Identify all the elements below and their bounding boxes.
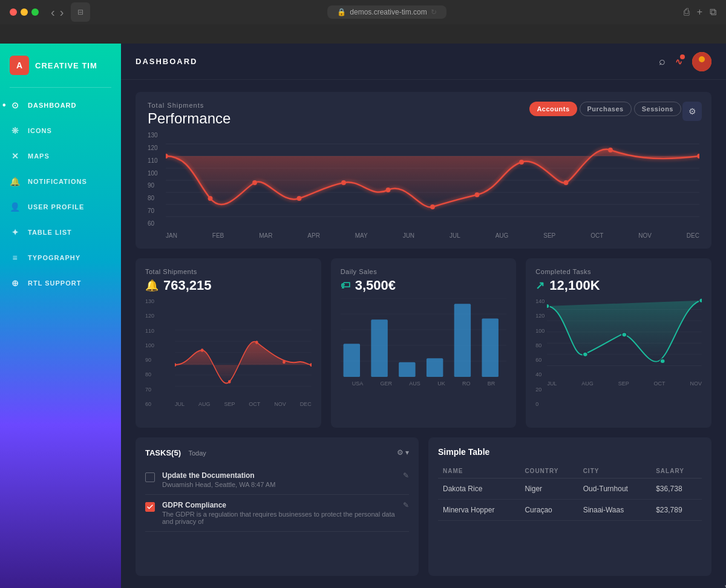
bar-aus xyxy=(399,362,415,377)
back-button[interactable]: ‹ xyxy=(51,5,55,19)
chart-dot xyxy=(166,154,168,158)
cell-name: Dakota Rice xyxy=(438,479,520,500)
sidebar-item-table-list[interactable]: ✦ TABLE LIST xyxy=(0,220,121,245)
tasks-settings-icon[interactable]: ⚙ ▾ xyxy=(397,448,409,457)
new-tab-icon[interactable]: + xyxy=(697,7,702,18)
tasks-header-left: TASKS(5) Today xyxy=(145,447,206,458)
main-content: DASHBOARD ⌕ ∿ ▾ Total xyxy=(121,44,726,588)
topbar-actions: ⌕ ∿ ▾ xyxy=(659,52,711,71)
sidebar-item-maps[interactable]: ✕ MAPS xyxy=(0,143,121,169)
chart-dot xyxy=(608,148,613,152)
tasks-icon: ↗ xyxy=(535,279,544,292)
shipments-value: 🔔 763,215 xyxy=(145,278,312,293)
tabs-icon[interactable]: ⧉ xyxy=(710,7,716,18)
pulse-button[interactable]: ∿ xyxy=(675,57,682,67)
table-list-icon: ✦ xyxy=(10,227,21,238)
sidebar-item-rtl-support[interactable]: ⊕ RTL SUPPORT xyxy=(0,270,121,296)
tasks-dot xyxy=(583,352,588,356)
sidebar-item-user-profile[interactable]: 👤 USER PROFILE xyxy=(0,194,121,220)
browser-titlebar: ‹ › ⊟ 🔒 demos.creative-tim.com ↻ ⎙ + ⧉ xyxy=(0,0,726,24)
close-dot[interactable] xyxy=(10,8,17,16)
brand-icon: A xyxy=(10,56,29,75)
x-sep: SEP xyxy=(618,381,629,387)
cell-city: Sinaai-Waas xyxy=(578,500,652,521)
x-ger: GER xyxy=(381,381,393,387)
tab-accounts[interactable]: Accounts xyxy=(529,102,577,116)
tasks-svg xyxy=(547,298,702,377)
x-nov: NOV xyxy=(274,401,286,407)
search-button[interactable]: ⌕ xyxy=(659,55,666,68)
sidebar-item-label: TYPOGRAPHY xyxy=(28,254,80,261)
bar-usa xyxy=(343,344,359,377)
sidebar-item-typography[interactable]: ≡ TYPOGRAPHY xyxy=(0,245,121,270)
chart-area xyxy=(166,149,699,207)
task-checkbox-1[interactable] xyxy=(145,472,155,482)
minimize-dot[interactable] xyxy=(21,8,28,16)
cell-salary: $23,789 xyxy=(651,500,702,521)
lock-icon: 🔒 xyxy=(337,8,346,16)
sidebar-item-dashboard[interactable]: ⊙ DASHBOARD xyxy=(0,93,121,118)
sidebar-item-label: ICONS xyxy=(28,127,52,134)
sales-chart: USA GER AUS UK RO BR xyxy=(341,298,507,418)
total-shipments-card: Total Shipments 🔔 763,215 130 120 110 10… xyxy=(136,258,321,428)
sidebar-toggle[interactable]: ⊟ xyxy=(71,2,90,22)
avatar[interactable]: ▾ xyxy=(692,52,711,71)
task-2-edit-icon[interactable]: ✎ xyxy=(403,501,409,509)
chart-tabs: Accounts Purchases Sessions xyxy=(529,102,681,116)
tasks-dot xyxy=(661,359,666,363)
forward-button[interactable]: › xyxy=(60,5,64,19)
chart-dot xyxy=(475,192,480,197)
col-country: COUNTRY xyxy=(520,464,578,479)
notifications-icon: 🔔 xyxy=(10,176,21,187)
tasks-stat-label: Completed Tasks xyxy=(535,268,702,275)
sidebar-item-notifications[interactable]: 🔔 NOTIFICATIONS xyxy=(0,169,121,194)
cell-city: Oud-Turnhout xyxy=(578,479,652,500)
tasks-y-axis: 140 120 100 80 60 40 20 0 xyxy=(535,298,544,407)
dashboard-content: Total Shipments Performance Accounts Pur… xyxy=(121,80,726,588)
shipments-line-chart: JUL AUG SEP OCT NOV DEC xyxy=(175,319,312,407)
y-label-80: 80 xyxy=(148,195,162,201)
avatar-image xyxy=(692,52,711,71)
table-row: Dakota Rice Niger Oud-Turnhout $36,738 xyxy=(438,479,702,500)
url-pill[interactable]: 🔒 demos.creative-tim.com ↻ xyxy=(327,5,446,19)
performance-chart-wrapper: 130 120 110 100 90 80 70 60 xyxy=(148,132,699,239)
task-checkbox-2[interactable] xyxy=(145,502,155,512)
browser-dots xyxy=(10,8,39,16)
performance-card: Total Shipments Performance Accounts Pur… xyxy=(136,92,711,249)
x-aug: AUG xyxy=(198,401,211,407)
shipments-dot xyxy=(201,348,204,352)
x-label-apr: APR xyxy=(307,232,320,239)
address-bar: 🔒 demos.creative-tim.com ↻ xyxy=(97,5,676,19)
table-row: Minerva Hopper Curaçao Sinaai-Waas $23,7… xyxy=(438,500,702,521)
task-item: Update the Documentation Dwuamish Head, … xyxy=(145,465,409,495)
x-jul: JUL xyxy=(547,381,557,387)
y-axis-labels: 130 120 110 100 90 80 70 60 xyxy=(148,132,166,239)
x-aug: AUG xyxy=(581,381,594,387)
refresh-icon[interactable]: ↻ xyxy=(431,8,437,16)
x-label-jun: JUN xyxy=(403,232,414,239)
chart-dot xyxy=(297,196,302,201)
sidebar-item-icons[interactable]: ❊ ICONS xyxy=(0,118,121,143)
tasks-stat-value: ↗ 12,100K xyxy=(535,278,702,293)
x-oct: OCT xyxy=(249,401,260,407)
completed-tasks-card: Completed Tasks ↗ 12,100K 140 120 100 80 xyxy=(526,258,711,428)
maximize-dot[interactable] xyxy=(31,8,39,16)
tab-purchases[interactable]: Purchases xyxy=(580,102,632,116)
x-nov: NOV xyxy=(690,381,702,387)
bar-ro xyxy=(454,304,470,377)
y-label-120: 120 xyxy=(148,145,162,151)
tasks-date: Today xyxy=(188,449,206,457)
task-1-edit-icon[interactable]: ✎ xyxy=(403,471,409,480)
y-label-100: 100 xyxy=(148,170,162,177)
tasks-dot xyxy=(622,333,627,337)
shipments-number: 763,215 xyxy=(163,278,212,293)
shipments-dot xyxy=(283,361,286,364)
share-icon[interactable]: ⎙ xyxy=(684,7,690,18)
tab-sessions[interactable]: Sessions xyxy=(634,102,681,116)
browser-chrome: ‹ › ⊟ 🔒 demos.creative-tim.com ↻ ⎙ + ⧉ xyxy=(0,0,726,44)
x-label-may: MAY xyxy=(355,232,368,239)
shipments-svg xyxy=(175,319,312,397)
pulse-badge xyxy=(680,54,685,59)
task-1-desc: Dwuamish Head, Seattle, WA 8:47 AM xyxy=(162,481,396,488)
chart-settings-button[interactable]: ⚙ xyxy=(682,102,702,121)
